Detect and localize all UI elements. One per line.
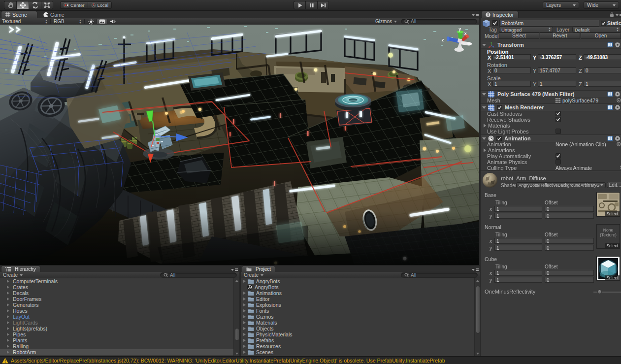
foldout-icon[interactable] — [7, 286, 9, 289]
scroll-down-arrow[interactable] — [235, 353, 238, 355]
foldout-icon[interactable] — [243, 309, 246, 312]
project-create-button[interactable]: Create — [241, 272, 266, 278]
mesh-renderer-header[interactable]: Mesh Renderer — [481, 103, 621, 111]
tab-scene[interactable]: Scene — [1, 11, 37, 18]
base-offset-y-field[interactable]: 0 — [545, 213, 594, 219]
pos-row-z-field[interactable]: -49.51083 — [584, 54, 621, 60]
model-open-button[interactable]: Open — [581, 33, 621, 39]
foldout-icon[interactable] — [482, 93, 486, 96]
step-button[interactable] — [317, 1, 329, 9]
hand-tool-button[interactable] — [4, 1, 16, 9]
foldout-icon[interactable] — [7, 333, 9, 336]
hierarchy-item-lightsprefabs[interactable]: Lights(prefabs) — [0, 326, 233, 331]
animation-enabled-checkbox[interactable] — [496, 136, 502, 141]
shader-edit-button[interactable]: Edit... — [607, 182, 621, 188]
receive-shadows-checkbox[interactable] — [556, 117, 561, 122]
hierarchy-item-pipes[interactable]: Pipes — [0, 331, 233, 337]
foldout-icon[interactable] — [484, 148, 486, 152]
hierarchy-item-computerterminals[interactable]: ComputerTerminals — [0, 278, 233, 284]
object-picker-icon[interactable] — [617, 98, 621, 102]
mesh-filter-header[interactable]: Poly Surface 479 (Mesh Filter) — [481, 90, 621, 98]
project-item-objects[interactable]: Objects — [241, 326, 474, 331]
base-tiling-x-field[interactable]: 1 — [494, 206, 542, 212]
foldout-icon[interactable] — [243, 333, 246, 336]
static-toggle[interactable]: Static — [601, 20, 621, 26]
layout-dropdown[interactable]: Wide — [584, 1, 619, 9]
foldout-icon[interactable] — [243, 280, 246, 283]
normal-tiling-x-field[interactable]: 1 — [494, 238, 542, 244]
foldout-icon[interactable] — [482, 106, 486, 109]
hierarchy-item-robotarm[interactable]: RobotArm — [0, 349, 233, 355]
base-offset-x-field[interactable]: 0 — [545, 206, 594, 212]
scene-lighting-toggle[interactable] — [86, 19, 97, 25]
inspector-panel-menu-icon[interactable] — [616, 13, 621, 19]
help-book-icon[interactable] — [607, 91, 613, 97]
rotate-tool-button[interactable] — [29, 1, 41, 9]
project-item-explosions[interactable]: Explosions — [241, 302, 474, 308]
foldout-icon[interactable] — [7, 345, 9, 348]
gameobject-name-field[interactable]: RobotArm — [499, 20, 599, 27]
mesh-object-field[interactable]: polySurface479 — [556, 98, 598, 103]
help-book-icon[interactable] — [607, 135, 613, 141]
hierarchy-item-generators[interactable]: Generators — [0, 302, 233, 308]
foldout-icon[interactable] — [7, 339, 9, 342]
draw-mode-dropdown[interactable]: Textured ▲▼ — [0, 18, 49, 25]
reflectivity-slider-handle[interactable] — [597, 290, 602, 294]
rot-row-y-field[interactable]: 157.4707 — [538, 67, 576, 73]
pos-row-x-field[interactable]: -2.51401 — [492, 54, 531, 60]
model-select-button[interactable]: Select — [499, 33, 539, 39]
rot-row-x-field[interactable]: 0 — [492, 67, 531, 73]
project-item-scenes[interactable]: Scenes — [241, 349, 474, 355]
scale-tool-button[interactable] — [41, 1, 53, 9]
hierarchy-item-decals[interactable]: Decals — [0, 290, 233, 296]
foldout-icon[interactable] — [7, 298, 9, 300]
project-item-fonts[interactable]: Fonts — [241, 308, 474, 314]
layer-dropdown[interactable]: Default ▲▼ — [572, 27, 621, 33]
gear-icon[interactable] — [615, 91, 621, 97]
hierarchy-search-input[interactable]: All — [160, 272, 237, 278]
project-item-physicmaterials[interactable]: PhysicMaterials — [241, 331, 474, 337]
cube-tiling-y-field[interactable]: 1 — [494, 277, 542, 283]
cube-offset-y-field[interactable]: 0 — [545, 277, 594, 283]
foldout-icon[interactable] — [7, 303, 9, 306]
scene-viewport[interactable]: y x z — [0, 25, 479, 265]
foldout-icon[interactable] — [243, 339, 246, 342]
cube-tiling-x-field[interactable]: 1 — [494, 270, 542, 276]
scene-search-input[interactable]: All — [401, 19, 477, 24]
hierarchy-item-doorframes[interactable]: DoorFrames — [0, 296, 233, 302]
cube-texture-thumbnail[interactable]: Select — [596, 256, 620, 281]
project-item-editor[interactable]: Editor — [241, 296, 474, 302]
animate-physics-checkbox[interactable] — [556, 159, 561, 165]
scale-row-z-field[interactable]: 1 — [584, 81, 621, 87]
shader-dropdown[interactable]: AngryBots/ReflectiveBackgroundArbitraryG — [516, 182, 606, 188]
gear-icon[interactable] — [615, 42, 621, 48]
tab-game[interactable]: Game — [39, 11, 68, 18]
foldout-icon[interactable] — [243, 351, 246, 354]
play-automatically-checkbox[interactable] — [556, 153, 561, 159]
foldout-icon[interactable] — [243, 345, 246, 348]
gizmos-dropdown[interactable]: Gizmos — [373, 18, 399, 25]
transform-header[interactable]: Transform — [481, 41, 621, 49]
hierarchy-item-railing[interactable]: Railing — [0, 343, 233, 349]
rot-row-z-field[interactable]: 0 — [584, 67, 621, 73]
normal-tiling-y-field[interactable]: 1 — [494, 245, 542, 251]
gear-icon[interactable] — [615, 104, 621, 110]
gameobject-active-checkbox[interactable] — [492, 20, 498, 26]
object-picker-icon[interactable] — [617, 141, 621, 147]
texture-select-button[interactable]: Select — [605, 243, 620, 248]
foldout-icon[interactable] — [7, 315, 9, 318]
project-item-animations[interactable]: Animations — [241, 290, 474, 296]
help-book-icon[interactable] — [607, 104, 613, 110]
normal-offset-x-field[interactable]: 0 — [545, 238, 594, 244]
base-tiling-y-field[interactable]: 1 — [494, 213, 542, 219]
pos-row-y-field[interactable]: -3.376257 — [538, 54, 576, 60]
foldout-icon[interactable] — [243, 321, 246, 324]
foldout-icon[interactable] — [7, 292, 9, 295]
foldout-icon[interactable] — [484, 124, 486, 128]
base-texture-thumbnail[interactable]: Select — [596, 192, 620, 217]
foldout-icon[interactable] — [482, 137, 486, 140]
mesh-renderer-enabled-checkbox[interactable] — [497, 105, 502, 110]
pause-button[interactable] — [305, 1, 317, 9]
foldout-icon[interactable] — [243, 315, 246, 318]
hierarchy-item-hoses[interactable]: Hoses — [0, 308, 233, 314]
